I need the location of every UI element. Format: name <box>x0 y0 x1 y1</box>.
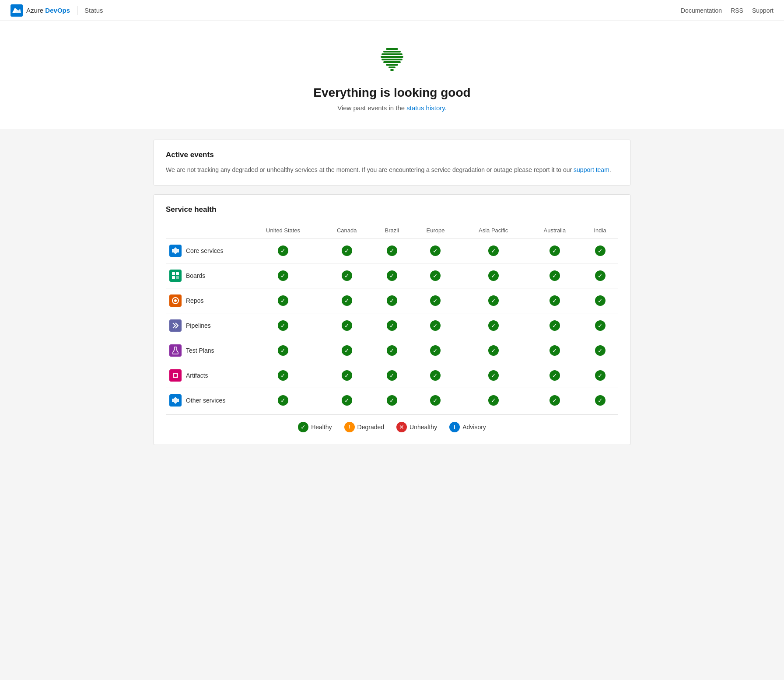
status-cell: ✓ <box>372 388 412 413</box>
hero-subtitle: View past events in the status history. <box>10 104 774 112</box>
svg-rect-6 <box>383 61 401 63</box>
header-status-label: Status <box>84 7 103 14</box>
healthy-check-icon: ✓ <box>342 370 352 381</box>
service-icon-pipelines <box>169 319 182 332</box>
healthy-check-icon: ✓ <box>430 295 441 306</box>
col-canada: Canada <box>322 223 372 238</box>
healthy-check-icon: ✓ <box>430 370 441 381</box>
status-cell: ✓ <box>322 263 372 288</box>
status-cell: ✓ <box>528 238 582 263</box>
active-events-message-pre: We are not tracking any degraded or unhe… <box>166 166 574 173</box>
service-icon-other <box>169 394 182 407</box>
status-cell: ✓ <box>582 313 618 338</box>
healthy-check-icon: ✓ <box>430 320 441 331</box>
service-cell-core: Core services <box>166 238 245 263</box>
status-cell: ✓ <box>582 363 618 388</box>
legend-unhealthy: ✕ Unhealthy <box>396 422 437 432</box>
healthy-check-icon: ✓ <box>595 395 606 406</box>
health-table-header-row: United States Canada Brazil Europe Asia … <box>166 223 618 238</box>
header: Azure DevOps Status Documentation RSS Su… <box>0 0 784 21</box>
svg-rect-10 <box>172 272 175 275</box>
col-brazil: Brazil <box>372 223 412 238</box>
status-cell: ✓ <box>528 388 582 413</box>
rss-link[interactable]: RSS <box>731 7 743 14</box>
status-cell: ✓ <box>528 313 582 338</box>
status-cell: ✓ <box>528 363 582 388</box>
active-events-card: Active events We are not tracking any de… <box>153 140 631 186</box>
service-icon-boards <box>169 270 182 282</box>
status-cell: ✓ <box>322 388 372 413</box>
status-cell: ✓ <box>412 288 459 313</box>
degraded-label: Degraded <box>357 424 385 431</box>
healthy-icon: ✓ <box>298 422 308 432</box>
healthy-check-icon: ✓ <box>595 245 606 256</box>
status-cell: ✓ <box>322 238 372 263</box>
table-row: Boards ✓✓✓✓✓✓✓ <box>166 263 618 288</box>
healthy-check-icon: ✓ <box>550 370 560 381</box>
status-cell: ✓ <box>582 288 618 313</box>
service-icon-repos <box>169 294 182 307</box>
status-cell: ✓ <box>412 363 459 388</box>
col-australia: Australia <box>528 223 582 238</box>
healthy-check-icon: ✓ <box>430 395 441 406</box>
service-name-other: Other services <box>186 397 225 404</box>
hero-heart-logo <box>374 42 410 77</box>
health-legend: ✓ Healthy ! Degraded ✕ Unhealthy i Advis… <box>166 414 618 434</box>
status-cell: ✓ <box>372 363 412 388</box>
service-icon-core <box>169 245 182 257</box>
service-cell-repos: Repos <box>166 288 245 313</box>
legend-advisory: i Advisory <box>449 422 486 432</box>
healthy-check-icon: ✓ <box>387 295 397 306</box>
healthy-check-icon: ✓ <box>595 295 606 306</box>
main-content: Active events We are not tracking any de… <box>143 140 641 445</box>
status-cell: ✓ <box>412 263 459 288</box>
service-health-title: Service health <box>166 205 618 214</box>
service-name-testplans: Test Plans <box>186 347 214 354</box>
documentation-link[interactable]: Documentation <box>681 7 722 14</box>
status-cell: ✓ <box>528 288 582 313</box>
service-cell-pipelines: Pipelines <box>166 313 245 338</box>
status-cell: ✓ <box>245 263 322 288</box>
healthy-check-icon: ✓ <box>387 270 397 281</box>
service-name-pipelines: Pipelines <box>186 322 211 329</box>
healthy-check-icon: ✓ <box>342 270 352 281</box>
healthy-check-icon: ✓ <box>550 245 560 256</box>
healthy-check-icon: ✓ <box>550 295 560 306</box>
status-cell: ✓ <box>582 388 618 413</box>
service-name-core: Core services <box>186 247 224 254</box>
healthy-check-icon: ✓ <box>488 395 499 406</box>
unhealthy-icon: ✕ <box>396 422 407 432</box>
healthy-check-icon: ✓ <box>387 320 397 331</box>
svg-rect-11 <box>176 272 179 275</box>
col-europe: Europe <box>412 223 459 238</box>
status-history-link[interactable]: status history. <box>406 104 446 112</box>
status-cell: ✓ <box>372 238 412 263</box>
healthy-check-icon: ✓ <box>488 270 499 281</box>
status-cell: ✓ <box>372 263 412 288</box>
healthy-check-icon: ✓ <box>278 270 288 281</box>
healthy-check-icon: ✓ <box>488 245 499 256</box>
status-cell: ✓ <box>582 338 618 363</box>
status-cell: ✓ <box>322 338 372 363</box>
healthy-check-icon: ✓ <box>430 245 441 256</box>
hero-section: Everything is looking good View past eve… <box>0 21 784 129</box>
status-cell: ✓ <box>459 238 528 263</box>
svg-rect-8 <box>388 67 396 68</box>
healthy-check-icon: ✓ <box>342 320 352 331</box>
hero-subtitle-pre: View past events in the <box>337 104 406 112</box>
healthy-check-icon: ✓ <box>488 295 499 306</box>
status-cell: ✓ <box>582 263 618 288</box>
status-cell: ✓ <box>459 313 528 338</box>
svg-point-15 <box>174 299 177 302</box>
healthy-check-icon: ✓ <box>387 395 397 406</box>
support-team-link[interactable]: support team <box>574 166 609 173</box>
support-link[interactable]: Support <box>752 7 774 14</box>
header-divider <box>77 6 77 15</box>
status-cell: ✓ <box>245 313 322 338</box>
healthy-check-icon: ✓ <box>387 370 397 381</box>
svg-rect-7 <box>386 64 398 66</box>
degraded-icon: ! <box>344 422 355 432</box>
healthy-check-icon: ✓ <box>595 320 606 331</box>
status-cell: ✓ <box>459 263 528 288</box>
table-row: Pipelines ✓✓✓✓✓✓✓ <box>166 313 618 338</box>
